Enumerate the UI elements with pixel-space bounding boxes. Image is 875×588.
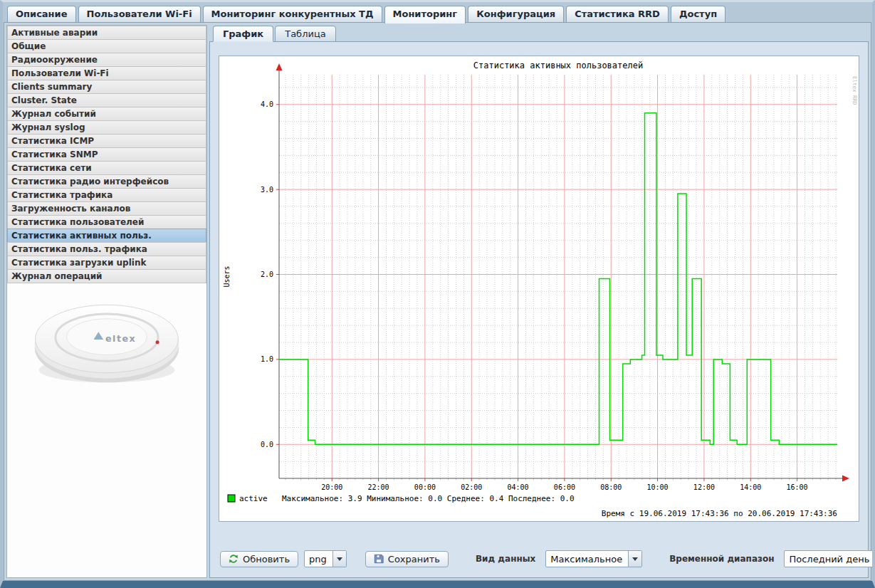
svg-text:16:00: 16:00 [787,483,808,491]
toolbar: Обновить png [210,546,868,577]
main-tab[interactable]: Мониторинг [384,6,466,23]
sidebar-item[interactable]: Активные аварии [7,26,206,40]
device-led [156,340,159,344]
refresh-button-label: Обновить [243,554,290,565]
chevron-down-icon [632,557,638,561]
main-tab[interactable]: Пользователи Wi-Fi [78,6,201,22]
svg-text:1.0: 1.0 [261,355,273,363]
sidebar-item[interactable]: Загруженность каналов [7,201,206,216]
svg-text:14:00: 14:00 [740,483,761,491]
svg-text:2.0: 2.0 [261,271,273,278]
sidebar-list: Активные аварииОбщиеРадиоокружениеПользо… [7,26,206,283]
svg-text:Статистика активных пользовате: Статистика активных пользователей [473,61,643,70]
chevron-down-icon [337,557,342,561]
sidebar-item[interactable]: Статистика польз. трафика [7,242,206,256]
svg-text:08:00: 08:00 [600,483,622,491]
svg-text:3.0: 3.0 [261,186,273,194]
svg-text:06:00: 06:00 [554,483,575,491]
chart-area: 20:0022:0000:0002:0004:0006:0008:0010:00… [210,42,868,546]
subtab[interactable]: График [213,26,273,42]
svg-text:02:00: 02:00 [461,483,482,491]
svg-text:Eltex RRD: Eltex RRD [852,76,858,105]
save-icon [374,554,384,564]
subtab[interactable]: Таблица [275,26,336,42]
image-format-select[interactable]: png [304,550,347,567]
sidebar-item[interactable]: Статистика радио интерфейсов [7,174,206,189]
save-button-label: Сохранить [388,554,440,565]
sidebar: Активные аварииОбщиеРадиоокружениеПользо… [6,25,207,578]
time-range-select[interactable]: Последний день [784,550,875,567]
sidebar-item[interactable]: Общие [7,39,206,53]
data-view-value: Максимальное [546,551,628,567]
svg-text:10:00: 10:00 [647,483,669,491]
sidebar-item[interactable]: Статистика активных польз. [7,229,206,243]
eltex-logo-text: eltex [105,333,136,344]
sidebar-item[interactable]: Cluster. State [7,93,206,107]
time-range-value: Последний день [785,551,875,567]
tab-content: Активные аварииОбщиеРадиоокружениеПользо… [4,22,871,581]
main-tab[interactable]: Статистика RRD [566,6,669,22]
svg-text:0.0: 0.0 [261,441,273,448]
sidebar-item[interactable]: Статистика трафика [7,188,206,202]
subtabs: ГрафикТаблица [209,26,869,42]
svg-text:Users: Users [223,266,231,287]
save-button[interactable]: Сохранить [365,551,449,567]
data-view-dropdown-button[interactable] [628,551,641,567]
refresh-button[interactable]: Обновить [220,551,298,567]
main-tabbar: ОписаниеПользователи Wi-FiМониторинг кон… [3,2,872,22]
svg-text:20:00: 20:00 [321,483,342,491]
data-view-select[interactable]: Максимальное [545,550,642,567]
svg-text:Время с 19.06.2019 17:43:36 по: Время с 19.06.2019 17:43:36 по 20.06.201… [602,509,837,518]
sidebar-item[interactable]: Журнал событий [7,107,206,121]
image-format-value: png [305,551,332,567]
main-tab[interactable]: Описание [7,6,76,22]
sidebar-item[interactable]: Журнал syslog [7,120,206,135]
time-range-label: Временной диапазон [669,554,774,564]
sidebar-item[interactable]: Пользователи Wi-Fi [7,66,206,80]
sidebar-item[interactable]: Статистика загрузки uplink [7,256,206,270]
sidebar-item[interactable]: Clients summary [7,80,206,94]
rrd-graph-image: 20:0022:0000:0002:0004:0006:0008:0010:00… [219,56,859,522]
sidebar-item[interactable]: Радиоокружение [7,53,206,67]
main-tab[interactable]: Доступ [671,6,725,22]
sidebar-item[interactable]: Статистика сети [7,161,206,175]
sidebar-item[interactable]: Журнал операций [7,269,206,283]
main-tab[interactable]: Мониторинг конкурентных ТД [203,6,382,22]
device-photo: eltex [27,289,187,392]
svg-text:active: active [239,494,268,503]
data-view-label: Вид данных [476,554,535,564]
main-panel: ГрафикТаблица 20:0022:0000:0002:0004:000… [209,25,869,578]
app-window: ОписаниеПользователи Wi-FiМониторинг кон… [0,0,875,588]
graph-tabpanel: 20:0022:0000:0002:0004:0006:0008:0010:00… [209,41,869,578]
svg-text:00:00: 00:00 [414,483,436,491]
sidebar-item[interactable]: Статистика SNMP [7,147,206,162]
sidebar-item[interactable]: Статистика ICMP [7,134,206,148]
main-tab[interactable]: Конфигурация [468,6,564,22]
access-point-image: eltex [27,289,187,389]
rrd-chart-svg: 20:0022:0000:0002:0004:0006:0008:0010:00… [219,56,859,521]
svg-text:4.0: 4.0 [261,100,273,108]
svg-text:Максимальное: 3.9 Минимальное: Максимальное: 3.9 Минимальное: 0.0 Средн… [282,494,575,503]
svg-text:12:00: 12:00 [693,483,715,491]
svg-text:22:00: 22:00 [368,483,389,491]
svg-text:04:00: 04:00 [508,483,529,491]
refresh-icon [229,554,239,564]
image-format-dropdown-button[interactable] [332,551,346,567]
sidebar-item[interactable]: Статистика пользователей [7,215,206,229]
